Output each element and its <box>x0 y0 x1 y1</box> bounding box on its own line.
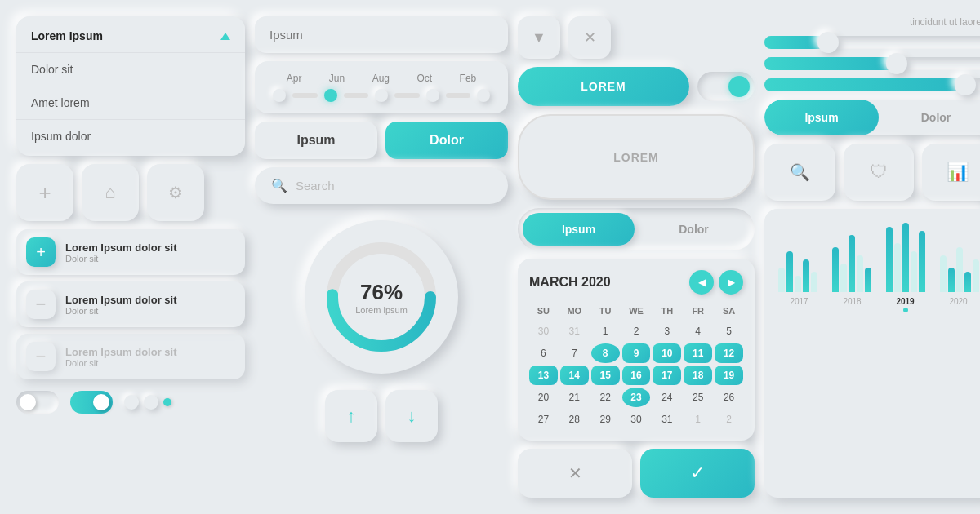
radio-1[interactable] <box>124 395 139 410</box>
cal-day-31[interactable]: 31 <box>653 410 681 429</box>
slider-dot-1[interactable] <box>273 89 286 102</box>
cal-day-24[interactable]: 24 <box>653 388 681 407</box>
slider-dot-4[interactable] <box>426 89 439 102</box>
search-box[interactable]: 🔍 Search <box>255 167 508 204</box>
cal-day-9[interactable]: 9 <box>622 343 651 363</box>
cal-day-17[interactable]: 17 <box>653 366 681 385</box>
search-sq-icon: 🔍 <box>790 162 810 182</box>
cal-day-12[interactable]: 12 <box>715 343 743 363</box>
cal-day-11[interactable]: 11 <box>684 343 712 363</box>
column-1: Lorem Ipsum Dolor sit Amet lorem Ipsum d… <box>16 16 245 498</box>
list-item-3[interactable]: − Lorem Ipsum dolor sit Dolor sit <box>16 334 245 379</box>
cal-day-20[interactable]: 20 <box>529 388 558 407</box>
cal-day-22[interactable]: 22 <box>591 388 620 407</box>
cal-day-7[interactable]: 7 <box>560 343 589 363</box>
slider-bar-3[interactable] <box>764 78 980 91</box>
icon-button-row: + ⌂ ⚙ <box>16 164 245 221</box>
slider-handle-2[interactable] <box>886 53 907 74</box>
cal-day-31-prev[interactable]: 31 <box>560 321 589 341</box>
slider-bars-section <box>764 36 980 91</box>
cal-day-29[interactable]: 29 <box>591 410 620 429</box>
cal-day-2-next[interactable]: 2 <box>715 410 743 429</box>
small-square-btn-2[interactable]: ✕ <box>568 16 611 59</box>
dropdown-item-1[interactable]: Lorem Ipsum <box>16 20 245 53</box>
search-sq-button[interactable]: 🔍 <box>764 144 835 201</box>
dropdown-item-3[interactable]: Amet lorem <box>16 86 245 120</box>
slider-bar-1[interactable] <box>764 36 980 49</box>
arrow-up-button[interactable]: ↑ <box>325 390 377 442</box>
shield-sq-button[interactable]: 🛡 <box>844 144 915 201</box>
cal-day-23[interactable]: 23 <box>622 388 651 407</box>
cal-header-th: TH <box>653 303 681 319</box>
cancel-x-button[interactable]: ✕ <box>518 449 632 498</box>
dropdown-item-2[interactable]: Dolor sit <box>16 53 245 86</box>
year-label-2019: 2019 <box>896 297 914 312</box>
dolor-button[interactable]: Dolor <box>385 122 508 159</box>
cal-day-8[interactable]: 8 <box>591 343 620 363</box>
cal-day-5[interactable]: 5 <box>715 321 743 341</box>
radio-2[interactable] <box>144 395 158 410</box>
cal-next-button[interactable]: ▶ <box>719 270 743 295</box>
cal-day-30-prev[interactable]: 30 <box>529 321 558 341</box>
text-input[interactable] <box>255 16 508 53</box>
cal-day-4[interactable]: 4 <box>684 321 712 341</box>
cal-day-30[interactable]: 30 <box>622 410 651 429</box>
cal-day-25[interactable]: 25 <box>684 388 712 407</box>
bar-chart-icon: 📊 <box>947 162 969 183</box>
ipsum-button[interactable]: Ipsum <box>255 122 377 159</box>
shield-icon: 🛡 <box>870 162 888 183</box>
cal-day-18[interactable]: 18 <box>684 366 712 385</box>
tab-ipsum[interactable]: Ipsum <box>523 213 635 246</box>
slider-line-3 <box>394 93 420 98</box>
cal-day-10[interactable]: 10 <box>653 343 681 363</box>
donut-center-text: 76% Lorem ipsum <box>355 280 408 315</box>
list-item-1[interactable]: + Lorem Ipsum dolor sit Dolor sit <box>16 229 245 275</box>
calendar-grid: SU MO TU WE TH FR SA 30 31 1 2 3 4 5 6 7… <box>529 303 743 429</box>
lorem-outline-button[interactable]: LOREM <box>518 114 755 200</box>
cal-day-15[interactable]: 15 <box>591 366 620 385</box>
chart-sq-button[interactable]: 📊 <box>922 144 980 201</box>
slider-bar-2[interactable] <box>764 57 980 70</box>
pill-tab-dolor[interactable]: Dolor <box>879 100 980 135</box>
cal-prev-button[interactable]: ◀ <box>689 270 714 295</box>
cal-day-1-next[interactable]: 1 <box>684 410 712 429</box>
cal-day-2[interactable]: 2 <box>622 321 651 341</box>
cal-day-14[interactable]: 14 <box>560 366 589 385</box>
gear-icon-button[interactable]: ⚙ <box>147 164 204 221</box>
small-square-btn-1[interactable]: ▼ <box>518 16 560 59</box>
cal-day-1[interactable]: 1 <box>591 321 620 341</box>
lorem-pill-button[interactable]: LOREM <box>518 67 689 106</box>
cal-day-26[interactable]: 26 <box>715 388 743 407</box>
toggle-off[interactable] <box>16 391 59 414</box>
cal-day-3[interactable]: 3 <box>653 321 681 341</box>
icon-button-trio: 🔍 🛡 📊 <box>764 144 980 201</box>
list-item-1-icon: + <box>26 237 56 267</box>
slider-dot-2-active[interactable] <box>324 89 337 102</box>
cal-day-19[interactable]: 19 <box>715 366 743 385</box>
cal-day-6[interactable]: 6 <box>529 343 558 363</box>
slider-handle-3[interactable] <box>955 74 976 95</box>
calendar-nav: ◀ ▶ <box>689 270 743 295</box>
dropdown-item-4[interactable]: Ipsum dolor <box>16 120 245 153</box>
cal-day-28[interactable]: 28 <box>560 410 589 429</box>
column-2: Apr Jun Aug Oct Feb Ipsum Dolor <box>255 16 508 498</box>
confirm-check-button[interactable]: ✓ <box>640 449 755 498</box>
cal-day-16[interactable]: 16 <box>622 366 651 385</box>
pill-toggle-track[interactable] <box>697 72 755 101</box>
cal-day-27[interactable]: 27 <box>529 410 558 429</box>
arrow-down-button[interactable]: ↓ <box>385 390 438 442</box>
pill-tab-ipsum[interactable]: Ipsum <box>764 100 879 135</box>
home-icon-button[interactable]: ⌂ <box>82 164 139 221</box>
slider-dot-3[interactable] <box>375 89 388 102</box>
slider-dot-5[interactable] <box>477 89 490 102</box>
cal-day-21[interactable]: 21 <box>560 388 589 407</box>
tab-dolor[interactable]: Dolor <box>638 213 750 246</box>
bar-2019-1 <box>886 227 893 292</box>
slider-handle-1[interactable] <box>817 32 839 53</box>
toggle-row <box>16 388 245 417</box>
cal-day-13[interactable]: 13 <box>529 366 558 385</box>
bar-2019-3 <box>902 223 909 292</box>
plus-icon-button[interactable]: + <box>16 164 74 221</box>
list-item-2[interactable]: − Lorem Ipsum dolor sit Dolor sit <box>16 281 245 327</box>
toggle-on[interactable] <box>70 391 113 414</box>
